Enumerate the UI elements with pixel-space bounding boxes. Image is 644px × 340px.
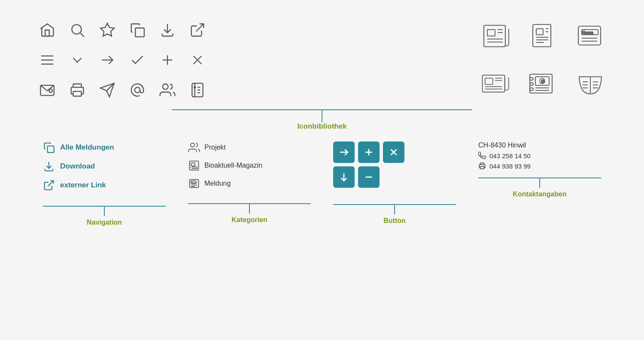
kat-projekt: Projekt (188, 141, 311, 153)
contact-info: CH-8430 Hinwil 043 258 14 50 (478, 141, 601, 170)
send-icon (97, 79, 118, 101)
download-label: Download (60, 162, 95, 171)
kontakt-v-bar (539, 178, 540, 188)
download-nav-icon (43, 160, 55, 172)
button-label: Button (333, 217, 456, 225)
navigation-label: Navigation (43, 219, 166, 226)
svg-line-65 (48, 181, 54, 187)
svg-line-4 (196, 24, 204, 31)
svg-point-0 (72, 24, 81, 34)
star-icon (97, 19, 118, 41)
printer-icon (67, 79, 88, 101)
news-kat-icon: News (188, 178, 200, 190)
nav-alle-meldungen: Alle Meldungen (43, 141, 166, 153)
iconlib-v-line (322, 110, 322, 122)
at-icon (127, 79, 148, 101)
kategorien-connector (188, 203, 311, 214)
svg-rect-3 (135, 28, 144, 37)
svg-marker-2 (100, 23, 114, 36)
home-icon (36, 19, 58, 41)
externer-link-label: externer Link (60, 181, 106, 190)
button-grid (333, 141, 456, 188)
download-icon (157, 19, 178, 41)
arrow-right-btn[interactable] (333, 141, 355, 163)
minus-btn[interactable] (358, 166, 380, 188)
group-kat-icon (188, 141, 200, 153)
open-book-icon (573, 66, 608, 101)
bottom-sections: Alle Meldungen Download (34, 141, 610, 226)
svg-text:News: News (191, 182, 197, 184)
nav-v-bar (104, 207, 105, 216)
svg-rect-36 (578, 26, 601, 45)
arrow-right-btn-icon (338, 147, 349, 158)
arrow-down-btn-icon (338, 172, 349, 183)
navigation-content: Alle Meldungen Download (43, 141, 166, 202)
svg-rect-15 (73, 91, 82, 96)
bioaktuell-label: Bioaktuell-Magazin (204, 162, 262, 169)
meldung-label: Meldung (204, 180, 231, 187)
icon-grid-right: News (477, 17, 610, 103)
newspaper2-icon (479, 66, 513, 101)
empty-btn-cell (383, 166, 404, 188)
kontakt-content: CH-8430 Hinwil 043 258 14 50 (478, 141, 601, 174)
page: News (0, 0, 644, 340)
svg-rect-30 (536, 29, 543, 35)
chevron-down-icon (67, 49, 88, 71)
plus-btn-icon (363, 147, 374, 158)
svg-rect-29 (533, 24, 551, 47)
nav-download: Download (43, 160, 166, 172)
svg-rect-71 (191, 163, 195, 166)
alle-meldungen-label: Alle Meldungen (60, 143, 114, 152)
minus-btn-icon (363, 172, 374, 183)
icon-library-section: News (34, 17, 610, 141)
svg-rect-51 (530, 88, 533, 90)
x-icon (187, 49, 208, 71)
svg-text:@: @ (541, 79, 545, 84)
contact-address-row: CH-8430 Hinwil (478, 141, 601, 149)
copy-nav-icon (43, 141, 55, 153)
svg-rect-42 (485, 78, 493, 84)
icon-grid-left (34, 17, 210, 103)
external-link-icon (187, 19, 208, 41)
svg-rect-41 (483, 75, 505, 92)
magazine-kat-icon (188, 159, 200, 172)
menu-icon (36, 49, 58, 71)
mail-at-icon (36, 79, 58, 101)
check-icon (127, 49, 148, 71)
kontakt-label: Kontaktangaben (478, 190, 601, 198)
nav-externer-link: externer Link (43, 179, 166, 191)
navigation-connector (43, 206, 166, 216)
copy-icon (127, 19, 148, 41)
button-content (333, 141, 456, 201)
svg-rect-86 (480, 167, 484, 169)
phone-icon (478, 152, 486, 159)
kontakt-column: CH-8430 Hinwil 043 258 14 50 (478, 141, 601, 198)
contact-phone-row: 043 258 14 50 (478, 152, 601, 159)
svg-text:News: News (582, 30, 594, 35)
svg-line-1 (80, 33, 84, 37)
svg-rect-24 (487, 30, 495, 36)
iconlib-label: Iconbibliothek (297, 122, 346, 131)
kontakt-connector (478, 178, 601, 188)
close-btn[interactable] (383, 141, 404, 163)
kategorien-content: Projekt Bioaktuell-Magazin (188, 141, 311, 200)
svg-point-66 (191, 143, 194, 147)
fax-icon (478, 162, 486, 170)
kat-bioaktuell: Bioaktuell-Magazin (188, 159, 311, 172)
newspaper1-icon (479, 19, 513, 54)
plus-btn[interactable] (358, 141, 380, 163)
svg-rect-49 (530, 78, 533, 80)
svg-point-19 (163, 84, 168, 90)
external-link-nav-icon (43, 179, 55, 191)
contact-phone: 043 258 14 50 (489, 152, 531, 159)
contact-address: CH-8430 Hinwil (478, 141, 526, 149)
email-news-icon: @ (526, 66, 560, 101)
users-icon (157, 79, 178, 101)
btn-v-bar (394, 205, 395, 214)
arrow-right-icon (97, 49, 118, 71)
svg-rect-64 (48, 146, 54, 153)
kategorien-label: Kategorien (188, 216, 311, 224)
arrow-down-btn[interactable] (333, 166, 355, 188)
navigation-column: Alle Meldungen Download (43, 141, 166, 226)
article-icon (526, 19, 560, 54)
